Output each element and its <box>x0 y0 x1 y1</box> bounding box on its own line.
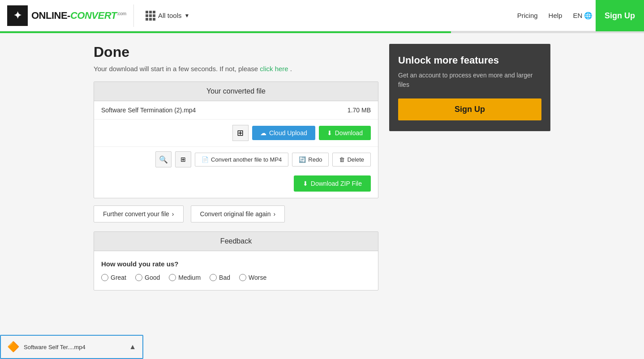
subtitle: Your download will start in a few second… <box>94 65 378 73</box>
feedback-question: How would you rate us? <box>101 260 371 268</box>
qr-small-icon: ⊞ <box>180 156 186 163</box>
search-icon: 🔍 <box>159 155 168 164</box>
convert-original-button[interactable]: Convert original file again › <box>191 205 285 222</box>
download-zip-button[interactable]: ⬇ Download ZIP File <box>294 175 371 192</box>
converted-file-header: Your converted file <box>94 82 378 101</box>
content-area: Done Your download will start in a few s… <box>94 44 378 291</box>
further-convert-button[interactable]: Further convert your file › <box>94 205 184 222</box>
page-title: Done <box>94 44 378 60</box>
zip-download-icon: ⬇ <box>303 180 308 187</box>
unlock-desc: Get an account to process even more and … <box>398 71 541 90</box>
pricing-link[interactable]: Pricing <box>517 12 538 19</box>
radio-good[interactable] <box>135 274 142 281</box>
rating-radio-group: Great Good Medium Bad <box>101 274 371 281</box>
file-info-row: Software Self Termination (2).mp4 1.70 M… <box>94 101 378 120</box>
rating-good[interactable]: Good <box>135 274 160 281</box>
radio-worse[interactable] <box>239 274 246 281</box>
chevron-down-icon: ▼ <box>185 13 190 19</box>
rating-bad[interactable]: Bad <box>210 274 230 281</box>
unlock-title: Unlock more features <box>398 55 541 66</box>
rating-worse[interactable]: Worse <box>239 274 266 281</box>
cloud-icon: ☁ <box>260 129 266 137</box>
further-row: Further convert your file › Convert orig… <box>94 205 378 222</box>
feedback-header: Feedback <box>94 232 378 251</box>
feedback-box: Feedback How would you rate us? Great Go… <box>94 231 378 291</box>
trash-icon: 🗑 <box>339 156 345 163</box>
rating-great[interactable]: Great <box>101 274 126 281</box>
file-icon: 📄 <box>202 156 209 163</box>
signup-button[interactable]: Sign Up <box>596 0 644 31</box>
tools-row: 🔍 ⊞ 📄 Convert another file to MP4 🔄 Redo… <box>94 147 378 172</box>
file-name: Software Self Termination (2).mp4 <box>101 107 196 114</box>
action-row: ⊞ ☁ Cloud Upload ⬇ Download <box>94 120 378 147</box>
redo-icon: 🔄 <box>299 156 306 163</box>
sidebar-signup-button[interactable]: Sign Up <box>398 98 541 120</box>
cloud-upload-button[interactable]: ☁ Cloud Upload <box>252 126 315 140</box>
all-tools-label: All tools <box>158 12 182 19</box>
download-icon: ⬇ <box>327 129 332 137</box>
radio-medium[interactable] <box>169 274 176 281</box>
sidebar: Unlock more features Get an account to p… <box>389 44 550 291</box>
unlock-features-box: Unlock more features Get an account to p… <box>389 44 550 131</box>
redo-button[interactable]: 🔄 Redo <box>292 153 329 167</box>
chevron-right-icon: › <box>172 210 174 218</box>
radio-great[interactable] <box>101 274 108 281</box>
search-button[interactable]: 🔍 <box>155 151 172 167</box>
globe-icon: 🌐 <box>584 12 592 20</box>
svg-text:✦: ✦ <box>13 10 21 21</box>
main-content: Done Your download will start in a few s… <box>76 33 568 301</box>
logo-text: ONLINE-CONVERT.com <box>31 10 126 21</box>
header: ✦ ONLINE-CONVERT.com All tools ▼ Pricing… <box>0 0 644 31</box>
file-size: 1.70 MB <box>348 107 371 114</box>
converted-file-box: Your converted file Software Self Termin… <box>94 81 378 198</box>
rating-medium[interactable]: Medium <box>169 274 201 281</box>
qr-small-button[interactable]: ⊞ <box>175 151 191 167</box>
chevron-right-icon-2: › <box>274 210 276 218</box>
download-button[interactable]: ⬇ Download <box>319 126 371 140</box>
header-divider <box>133 4 134 27</box>
logo-icon: ✦ <box>7 5 28 26</box>
qr-icon: ⊞ <box>237 128 244 138</box>
help-link[interactable]: Help <box>549 12 562 19</box>
zip-row: ⬇ Download ZIP File <box>94 172 378 198</box>
qr-code-button[interactable]: ⊞ <box>232 125 249 141</box>
language-button[interactable]: EN 🌐 <box>573 12 592 20</box>
radio-bad[interactable] <box>210 274 217 281</box>
all-tools-button[interactable]: All tools ▼ <box>141 8 194 23</box>
convert-another-button[interactable]: 📄 Convert another file to MP4 <box>195 153 288 167</box>
delete-button[interactable]: 🗑 Delete <box>332 153 371 167</box>
logo[interactable]: ✦ ONLINE-CONVERT.com <box>7 5 126 26</box>
feedback-body: How would you rate us? Great Good Medium <box>94 251 378 290</box>
click-here-link[interactable]: click here <box>260 65 288 73</box>
grid-icon <box>146 11 155 21</box>
